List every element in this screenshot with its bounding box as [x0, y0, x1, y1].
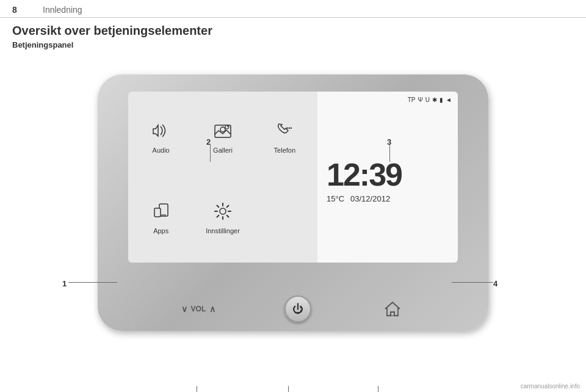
volume-down-button[interactable]: ∨ [181, 304, 187, 314]
clock-temperature: 15°C [327, 194, 344, 203]
menu-item-apps[interactable]: Apps [131, 178, 190, 256]
power-icon: ⏻ [292, 303, 303, 316]
clock-date: 03/12/2012 [350, 194, 390, 203]
home-button[interactable] [380, 297, 405, 321]
power-button[interactable]: ⏻ [284, 296, 311, 322]
volume-label: VOL [191, 305, 206, 313]
page-chapter: Innledning [43, 5, 82, 15]
svg-point-1 [220, 127, 225, 132]
volume-up-button[interactable]: ∧ [209, 304, 215, 314]
svg-point-2 [225, 125, 229, 129]
svg-point-3 [227, 126, 228, 127]
section-title: Oversikt over betjeningselementer [0, 18, 586, 39]
status-battery: ▮ [440, 96, 443, 103]
page-number: 8 [12, 5, 31, 15]
svg-text:•••: ••• [286, 125, 292, 131]
device-controls: ∨ VOL ∧ ⏻ [98, 296, 488, 322]
status-signal: Ψ [418, 96, 423, 103]
home-icon [383, 299, 402, 319]
menu-item-innstillinger[interactable]: Innstillinger [193, 178, 252, 256]
screen-info-panel: TP Ψ U ✱ ▮ ◄ 12:39 15°C 03/12/2012 [317, 92, 458, 263]
device-body: Audio Galleri [98, 74, 488, 331]
device-screen: Audio Galleri [128, 92, 458, 263]
status-bt: ✱ [432, 96, 437, 103]
apps-icon [151, 201, 172, 225]
telefon-label: Telefon [274, 147, 295, 154]
audio-label: Audio [153, 147, 170, 154]
galleri-icon [212, 120, 233, 144]
innstillinger-label: Innstillinger [206, 227, 240, 234]
audio-icon [151, 120, 172, 144]
footer-watermark: carmanualsonline.info [521, 383, 580, 390]
volume-control: ∨ VOL ∧ [181, 304, 216, 314]
screen-menu-panel: Audio Galleri [128, 92, 317, 263]
main-content: Audio Galleri [0, 53, 586, 352]
galleri-label: Galleri [213, 147, 233, 154]
status-audio: ◄ [446, 96, 452, 103]
innstillinger-icon [212, 201, 233, 225]
telefon-icon: ••• [274, 120, 295, 144]
clock-time: 12:39 [327, 158, 402, 192]
section-subtitle: Betjeningspanel [0, 39, 586, 53]
svg-point-8 [220, 208, 226, 214]
status-bar: TP Ψ U ✱ ▮ ◄ [324, 96, 452, 103]
callout-4: 4 [493, 279, 497, 288]
menu-item-galleri[interactable]: Galleri [193, 98, 252, 176]
menu-item-audio[interactable]: Audio [131, 98, 190, 176]
page-header: 8 Innledning [0, 0, 586, 18]
status-tp: TP [408, 96, 416, 103]
clock-area: 12:39 15°C 03/12/2012 [324, 103, 452, 258]
apps-label: Apps [153, 227, 168, 234]
device-container: Audio Galleri [12, 53, 574, 352]
menu-item-empty [255, 178, 314, 256]
clock-date-row: 15°C 03/12/2012 [327, 194, 390, 203]
callout-1: 1 [62, 279, 67, 288]
status-u: U [425, 96, 430, 103]
svg-rect-7 [154, 208, 161, 217]
menu-item-telefon[interactable]: ••• Telefon [255, 98, 314, 176]
